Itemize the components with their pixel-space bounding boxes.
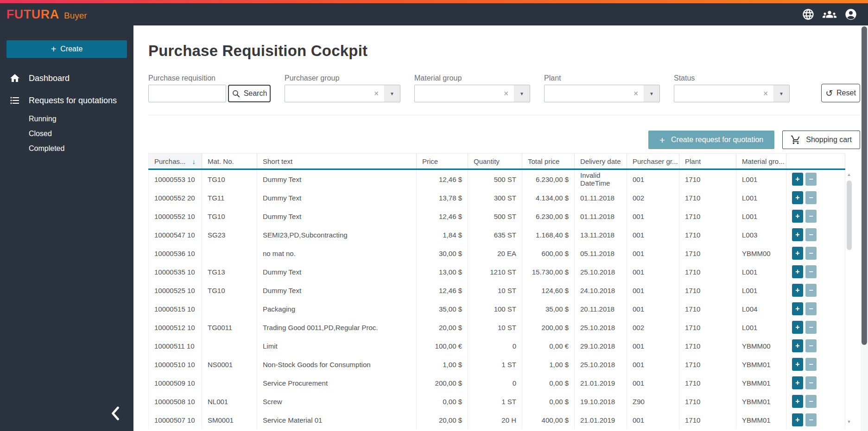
sidebar-item-dashboard[interactable]: Dashboard <box>0 67 133 89</box>
status-input[interactable] <box>674 85 759 102</box>
status-combobox[interactable]: ✕ ▼ <box>674 85 790 102</box>
dropdown-arrow-icon[interactable]: ▼ <box>643 85 659 102</box>
table-row[interactable]: 10000511 10 Limit 100,00 € 0 0,00 € 29.1… <box>149 337 845 355</box>
sidebar-item-completed[interactable]: Completed <box>0 141 133 156</box>
table-row[interactable]: 10000515 10 Packaging 35,00 $ 100 ST 35,… <box>149 300 845 318</box>
table-row[interactable]: 10000547 10 SG23 SEMI23,PD,Subcontractin… <box>149 225 845 244</box>
table-row[interactable]: 10000507 10 SM0001 Service Material 01 2… <box>149 411 845 429</box>
page-scrollbar-thumb[interactable] <box>862 26 867 345</box>
remove-from-cart-button[interactable]: − <box>805 321 817 334</box>
column-header-purchaser-group[interactable]: Purchaser gr... <box>627 154 679 169</box>
column-header-short-text[interactable]: Short text <box>257 154 417 169</box>
remove-from-cart-button[interactable]: − <box>805 339 817 352</box>
account-button[interactable] <box>844 8 857 21</box>
remove-from-cart-button[interactable]: − <box>805 265 817 278</box>
scroll-up-icon[interactable]: ▲ <box>847 172 851 177</box>
purchaser-group-input[interactable] <box>285 85 369 102</box>
add-to-cart-button[interactable]: + <box>792 339 803 352</box>
clear-icon[interactable]: ✕ <box>759 90 773 97</box>
add-to-cart-button[interactable]: + <box>792 413 803 426</box>
remove-from-cart-button[interactable]: − <box>805 395 817 408</box>
cell-material-group: YBMM01 <box>736 374 786 392</box>
remove-from-cart-button[interactable]: − <box>805 191 817 204</box>
table-row[interactable]: 10000510 10 NS0001 Non-Stock Goods for C… <box>149 355 845 374</box>
column-header-price[interactable]: Price <box>417 154 468 169</box>
remove-from-cart-button[interactable]: − <box>805 376 817 389</box>
table-scrollbar-thumb[interactable] <box>847 181 852 250</box>
language-button[interactable] <box>802 8 815 21</box>
column-header-delivery-date[interactable]: Delivery date <box>575 154 627 169</box>
clear-icon[interactable]: ✕ <box>629 90 643 97</box>
cell-quantity: 500 ST <box>468 207 522 225</box>
cell-purchase-requisition: 10000552 10 <box>149 207 202 225</box>
sidebar-item-running[interactable]: Running <box>0 112 133 126</box>
add-to-cart-button[interactable]: + <box>792 265 803 278</box>
clear-icon[interactable]: ✕ <box>369 90 383 97</box>
add-to-cart-button[interactable]: + <box>792 228 803 241</box>
column-header-purchase-requisition[interactable]: Purchas...↓ <box>149 154 202 169</box>
add-to-cart-button[interactable]: + <box>792 284 803 297</box>
sidebar-item-closed[interactable]: Closed <box>0 126 133 141</box>
add-to-cart-button[interactable]: + <box>792 376 803 389</box>
remove-from-cart-button[interactable]: − <box>805 413 817 426</box>
collapse-sidebar-button[interactable] <box>108 404 122 425</box>
table-row[interactable]: 10000508 10 NL001 Screw 0,00 $ 1 ST 0,00… <box>149 392 845 411</box>
create-button[interactable]: + Create <box>6 40 127 58</box>
table-row[interactable]: 10000512 10 TG0011 Trading Good 0011,PD,… <box>149 318 845 337</box>
table-scrollbar[interactable]: ▲ ▼ <box>845 170 853 426</box>
add-to-cart-button[interactable]: + <box>792 247 803 260</box>
column-header-material-group[interactable]: Material gro... <box>736 154 786 169</box>
add-to-cart-button[interactable]: + <box>792 358 803 371</box>
table-row[interactable]: 10000536 10 no mat no. 30,00 $ 20 EA 600… <box>149 244 845 262</box>
add-to-cart-button[interactable]: + <box>792 173 803 186</box>
remove-from-cart-button[interactable]: − <box>805 228 817 241</box>
main-content: Purchase Requisition Cockpit Purchase re… <box>133 25 868 431</box>
scroll-down-icon[interactable]: ▼ <box>847 419 851 424</box>
column-header-quantity[interactable]: Quantity <box>468 154 522 169</box>
cell-purchaser-group: 001 <box>627 411 679 429</box>
user-groups-button[interactable] <box>823 7 836 21</box>
purchase-requisition-input[interactable] <box>148 85 226 102</box>
reset-button-label: Reset <box>836 89 856 97</box>
table-row[interactable]: 10000535 10 TG13 Dummy Text 13,00 $ 1210… <box>149 262 845 281</box>
remove-from-cart-button[interactable]: − <box>805 173 817 186</box>
remove-from-cart-button[interactable]: − <box>805 302 817 315</box>
column-header-plant[interactable]: Plant <box>679 154 736 169</box>
add-to-cart-button[interactable]: + <box>792 321 803 334</box>
plant-combobox[interactable]: ✕ ▼ <box>544 85 660 102</box>
dropdown-arrow-icon[interactable]: ▼ <box>383 85 400 102</box>
material-group-input[interactable] <box>415 85 499 102</box>
cell-quantity: 1 ST <box>468 355 522 374</box>
page-scrollbar[interactable] <box>861 25 868 431</box>
material-group-combobox[interactable]: ✕ ▼ <box>414 85 530 102</box>
table-row[interactable]: 10000552 10 TG10 Dummy Text 12,46 $ 500 … <box>149 207 845 225</box>
column-header-material-number[interactable]: Mat. No. <box>202 154 257 169</box>
reset-button[interactable]: ↺ Reset <box>821 84 860 102</box>
table-row[interactable]: 10000509 10 Service Procurement 200,00 $… <box>149 374 845 392</box>
add-to-cart-button[interactable]: + <box>792 191 803 204</box>
dropdown-arrow-icon[interactable]: ▼ <box>773 85 789 102</box>
column-header-total-price[interactable]: Total price <box>522 154 575 169</box>
dropdown-arrow-icon[interactable]: ▼ <box>513 85 530 102</box>
remove-from-cart-button[interactable]: − <box>805 210 817 223</box>
create-request-for-quotation-button[interactable]: + Create request for quotation <box>648 131 775 149</box>
sort-descending-icon[interactable]: ↓ <box>192 157 196 165</box>
add-to-cart-button[interactable]: + <box>792 302 803 315</box>
cell-material-number: NS0001 <box>202 355 257 374</box>
shopping-cart-button[interactable]: Shopping cart <box>782 131 860 149</box>
add-to-cart-button[interactable]: + <box>792 395 803 408</box>
remove-from-cart-button[interactable]: − <box>805 284 817 297</box>
purchaser-group-combobox[interactable]: ✕ ▼ <box>285 85 400 102</box>
cell-total-price: 600,00 $ <box>522 244 575 262</box>
cell-material-number: TG11 <box>202 188 257 207</box>
add-to-cart-button[interactable]: + <box>792 210 803 223</box>
table-row[interactable]: 10000552 20 TG11 Dummy Text 13,78 $ 300 … <box>149 188 845 207</box>
remove-from-cart-button[interactable]: − <box>805 358 817 371</box>
sidebar-item-requests-for-quotations[interactable]: Requests for quotations <box>0 89 133 112</box>
table-row[interactable]: 10000553 10 TG10 Dummy Text 12,46 $ 500 … <box>149 169 845 189</box>
search-button[interactable]: Search <box>228 85 271 102</box>
clear-icon[interactable]: ✕ <box>499 90 513 97</box>
remove-from-cart-button[interactable]: − <box>805 247 817 260</box>
plant-input[interactable] <box>545 85 629 102</box>
table-row[interactable]: 10000525 10 TG10 Dummy Text 12,46 $ 10 S… <box>149 281 845 300</box>
